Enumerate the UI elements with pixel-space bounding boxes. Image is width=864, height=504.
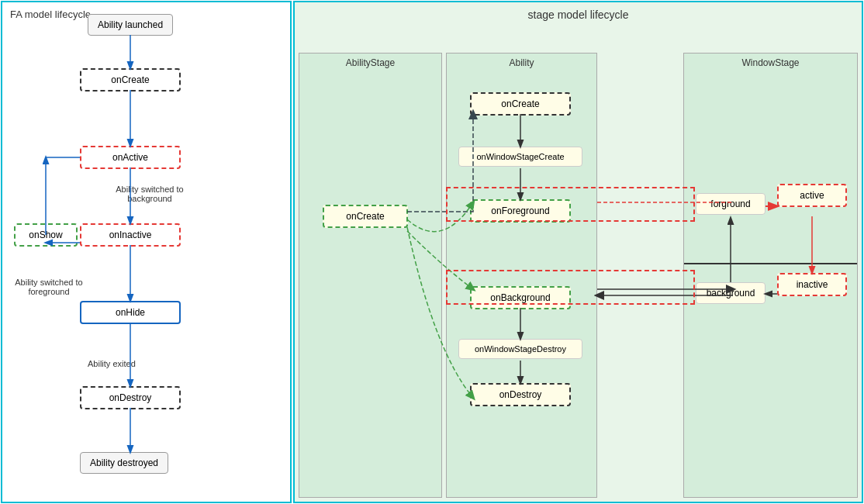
fa-onshow: onShow (14, 223, 78, 247)
stage-panel-title: stage model lifecycle (528, 9, 629, 21)
fa-ability-launched: Ability launched (88, 14, 173, 36)
as-oncreate: onCreate (323, 205, 408, 228)
stage-panel: stage model lifecycle AbilityStage onCre… (293, 1, 863, 503)
ab-onwindowstagedestroy: onWindowStageDestroy (458, 339, 582, 359)
ws-background: background (696, 282, 766, 304)
ab-onwindowstagecreate: onWindowStageCreate (458, 147, 582, 167)
fa-ability-destroyed: Ability destroyed (80, 452, 168, 474)
ws-forground: forground (696, 193, 766, 215)
ability-stage-label: AbilityStage (346, 57, 395, 68)
ab-onforeground: onForeground (470, 199, 571, 223)
ability-stage-section: AbilityStage onCreate (299, 53, 442, 498)
window-stage-label: WindowStage (741, 57, 799, 68)
fa-panel-title: FA model lifecycle (10, 9, 91, 20)
window-stage-section: WindowStage forground active background … (683, 53, 858, 498)
fa-panel: FA model lifecycle Ability launched onCr… (1, 1, 292, 503)
ability-section-arrows (447, 54, 596, 497)
main-container: FA model lifecycle Ability launched onCr… (0, 0, 864, 504)
exited-annotation: Ability exited (88, 359, 136, 368)
ability-label: Ability (509, 57, 534, 68)
fg-switch-annotation: Ability switched to foreground (10, 278, 88, 296)
fa-oninactive: onInactive (80, 223, 181, 247)
ab-ondestroy: onDestroy (470, 383, 571, 406)
fa-onhide: onHide (80, 301, 181, 324)
ability-section: Ability onCreate onWindowStageCreate onF… (446, 53, 597, 498)
ab-oncreate: onCreate (470, 92, 571, 116)
ws-active: active (777, 184, 847, 207)
bg-switch-annotation: Ability switched to background (103, 185, 196, 203)
fa-onactive: onActive (80, 146, 181, 169)
fa-oncreate: onCreate (80, 68, 181, 91)
ab-onbackground: onBackground (470, 286, 571, 309)
ws-inactive: inactive (777, 273, 847, 296)
fa-ondestroy: onDestroy (80, 386, 181, 409)
divider-line (684, 263, 857, 264)
